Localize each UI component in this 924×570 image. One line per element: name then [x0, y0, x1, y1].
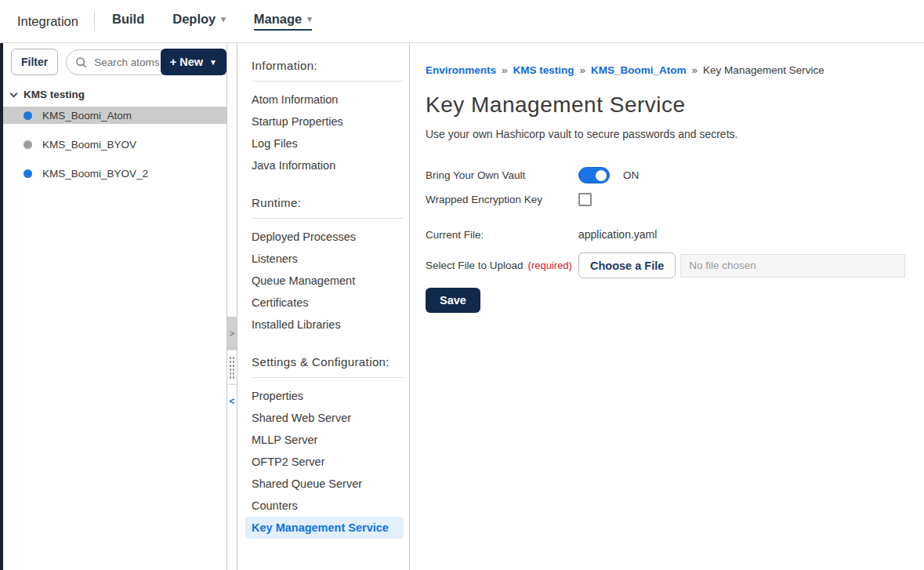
filter-button[interactable]: Filter — [11, 49, 58, 75]
nav-link-shared-web-server[interactable]: Shared Web Server — [245, 407, 404, 429]
drag-dots-icon — [229, 356, 235, 379]
breadcrumb-link[interactable]: KMS_Boomi_Atom — [591, 64, 687, 76]
panel-splitter[interactable]: > < — [226, 43, 237, 570]
breadcrumb-separator: » — [580, 64, 586, 76]
tree-item-label: KMS_Boomi_BYOV — [42, 139, 136, 151]
nav-section-divider — [252, 218, 403, 219]
search-icon — [75, 56, 87, 68]
caret-down-icon: ▼ — [209, 58, 217, 67]
nav-section: Settings & Configuration:PropertiesShare… — [245, 355, 409, 539]
page-subtitle: Use your own Hashicorp vault to secure p… — [426, 128, 905, 140]
nav-link-shared-queue-server[interactable]: Shared Queue Server — [245, 473, 404, 495]
caret-down-icon: ▾ — [307, 15, 312, 24]
caret-down-icon: ▾ — [221, 15, 226, 24]
new-button-label: + New — [170, 56, 203, 68]
search-box[interactable] — [66, 49, 172, 75]
nav-link-counters[interactable]: Counters — [245, 495, 404, 517]
byov-label: Bring Your Own Vault — [426, 169, 578, 181]
wrapped-key-checkbox[interactable] — [578, 193, 592, 206]
atom-settings-nav: Information:Atom InformationStartup Prop… — [237, 43, 410, 570]
toggle-knob — [596, 170, 607, 181]
upload-label: Select File to Upload(required) — [426, 260, 578, 271]
current-file-label: Current File: — [426, 229, 578, 241]
nav-link-installed-libraries[interactable]: Installed Libraries — [245, 314, 404, 336]
tree-group-kms-testing[interactable]: KMS testing — [3, 82, 226, 107]
nav-link-mllp-server[interactable]: MLLP Server — [245, 429, 404, 451]
tree-item-label: KMS_Boomi_BYOV_2 — [42, 168, 148, 180]
nav-link-java-information[interactable]: Java Information — [245, 154, 404, 176]
breadcrumb: Environments»KMS testing»KMS_Boomi_Atom»… — [426, 64, 905, 76]
upload-row: Select File to Upload(required) Choose a… — [426, 252, 905, 278]
breadcrumb-separator: » — [502, 64, 508, 76]
required-note: (required) — [528, 260, 572, 271]
save-button[interactable]: Save — [426, 288, 480, 313]
chevron-down-icon — [10, 89, 18, 97]
topnav-item-label: Build — [112, 12, 144, 27]
tree-item-label: KMS_Boomi_Atom — [42, 110, 132, 122]
nav-link-listeners[interactable]: Listeners — [245, 248, 404, 270]
search-input[interactable] — [92, 56, 166, 69]
tree-group-label: KMS testing — [24, 89, 85, 100]
upload-label-text: Select File to Upload — [426, 260, 524, 271]
topnav-item-deploy[interactable]: Deploy▾ — [172, 12, 226, 31]
status-dot-icon — [24, 140, 32, 149]
nav-link-atom-information[interactable]: Atom Information — [245, 89, 404, 111]
breadcrumb-current: Key Management Service — [703, 64, 824, 76]
tree-item[interactable]: KMS_Boomi_BYOV — [3, 136, 226, 153]
atoms-tree-panel: Filter + New ▼ KMS testing KMS_Boomi_Ato… — [3, 43, 226, 570]
new-button[interactable]: + New ▼ — [161, 49, 226, 75]
tree-items: KMS_Boomi_AtomKMS_Boomi_BYOVKMS_Boomi_BY… — [3, 107, 226, 182]
tree-item[interactable]: KMS_Boomi_Atom — [3, 107, 226, 124]
byov-toggle[interactable] — [578, 167, 610, 183]
breadcrumb-link[interactable]: Environments — [426, 64, 496, 76]
nav-section: Information:Atom InformationStartup Prop… — [245, 59, 409, 176]
wrapped-key-row: Wrapped Encryption Key — [426, 193, 905, 206]
nav-link-queue-management[interactable]: Queue Management — [245, 270, 404, 292]
current-file-row: Current File: application.yaml — [426, 228, 905, 241]
topnav-item-manage[interactable]: Manage▾ — [254, 12, 312, 31]
nav-section-title: Runtime: — [252, 196, 409, 209]
header-divider — [94, 11, 95, 31]
tree-toolbar: Filter + New ▼ — [3, 43, 226, 82]
current-file-value: application.yaml — [578, 228, 657, 241]
breadcrumb-separator: » — [692, 64, 698, 76]
nav-link-startup-properties[interactable]: Startup Properties — [245, 111, 404, 133]
tree-item[interactable]: KMS_Boomi_BYOV_2 — [3, 165, 226, 182]
nav-section-divider — [252, 377, 403, 378]
drag-handle[interactable] — [227, 350, 237, 385]
product-name: Integration — [17, 14, 78, 29]
nav-link-properties[interactable]: Properties — [245, 385, 404, 407]
nav-section-divider — [252, 81, 403, 82]
topnav-item-label: Deploy — [172, 12, 216, 27]
choose-file-button[interactable]: Choose a File — [578, 252, 676, 278]
topnav-item-label: Manage — [254, 12, 302, 27]
status-dot-icon — [24, 169, 32, 178]
status-dot-icon — [24, 111, 32, 120]
byov-row: Bring Your Own Vault ON — [426, 167, 905, 183]
topnav: BuildDeploy▾Manage▾ — [112, 12, 340, 31]
file-chosen-field[interactable] — [680, 254, 905, 278]
collapse-left-button[interactable]: < — [227, 385, 237, 418]
top-header: Integration BuildDeploy▾Manage▾ — [0, 0, 924, 43]
nav-link-deployed-processes[interactable]: Deployed Processes — [245, 226, 404, 248]
nav-link-key-management-service[interactable]: Key Management Service — [245, 517, 404, 539]
breadcrumb-link[interactable]: KMS testing — [513, 64, 574, 76]
nav-section: Runtime:Deployed ProcessesListenersQueue… — [245, 196, 409, 336]
nav-link-oftp2-server[interactable]: OFTP2 Server — [245, 451, 404, 473]
nav-section-title: Information: — [252, 59, 409, 72]
wrapped-key-label: Wrapped Encryption Key — [426, 194, 578, 205]
nav-section-title: Settings & Configuration: — [252, 355, 409, 369]
byov-state: ON — [623, 169, 639, 181]
main-panel: Environments»KMS testing»KMS_Boomi_Atom»… — [410, 43, 924, 570]
topnav-item-build[interactable]: Build — [112, 12, 144, 31]
nav-link-certificates[interactable]: Certificates — [245, 292, 404, 314]
kms-form: Bring Your Own Vault ON Wrapped Encrypti… — [426, 167, 905, 313]
page-title: Key Management Service — [426, 93, 905, 118]
collapse-right-button[interactable]: > — [227, 317, 237, 350]
content-area: Filter + New ▼ KMS testing KMS_Boomi_Ato… — [0, 43, 924, 570]
nav-link-log-files[interactable]: Log Files — [245, 133, 404, 154]
